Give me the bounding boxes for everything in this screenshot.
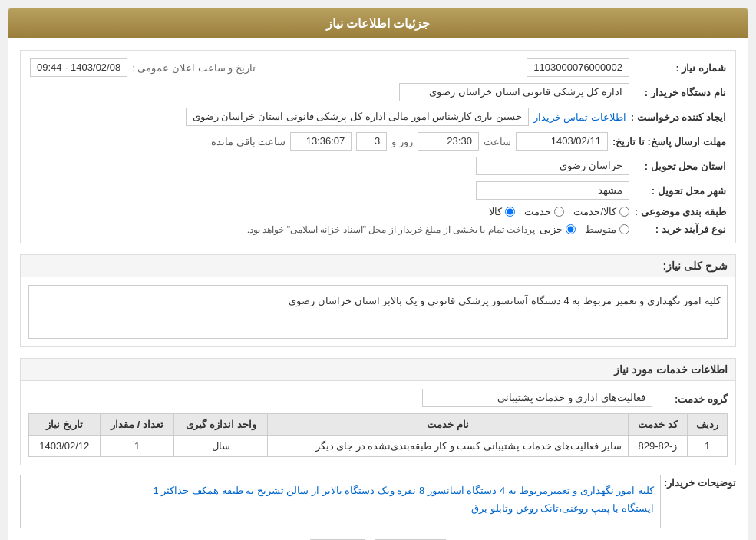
category-label: طبقه بندی موضوعی : [634,206,726,217]
service-group-value: فعالیت‌های اداری و خدمات پشتیبانی [422,389,652,407]
deadline-label: مهلت ارسال پاسخ: تا تاریخ: [612,136,726,147]
need-desc-content: کلیه امور نگهداری و تعمیر مربوط به 4 دست… [20,277,736,347]
announce-value: 1403/02/08 - 09:44 [30,58,127,77]
table-header-row: ردیف کد خدمت نام خدمت واحد اندازه گیری ت… [29,414,728,436]
need-number-label: شماره نیاز : [634,62,726,74]
category-option-kala[interactable]: کالا [489,206,515,217]
services-content: گروه خدمت: فعالیت‌های اداری و خدمات پشتی… [20,380,736,465]
cell-unit: سال [174,436,268,457]
deadline-time: 23:30 [418,132,479,151]
process-option-jozi[interactable]: جزیی [540,224,576,235]
deadline-time-label: ساعت [484,136,511,147]
city-label: شهر محل تحویل : [634,185,726,197]
need-number-row: شماره نیاز : 1103000076000002 تاریخ و سا… [30,58,726,77]
province-row: استان محل تحویل : خراسان رضوی [30,157,726,175]
process-label: نوع فرآیند خرید : [634,224,726,235]
process-desc: پرداخت تمام یا بخشی از مبلغ خریدار از مح… [247,224,535,235]
col-header-date: تاریخ نیاز [29,414,101,436]
province-label: استان محل تحویل : [634,161,726,172]
services-title: اطلاعات خدمات مورد نیاز [20,358,736,380]
buyer-desc-value: کلیه امور نگهداری و تعمیرمربوط به 4 دستگ… [20,475,661,528]
buyer-desc-line2: ایستگاه با پمپ روغنی،تانک روغن وتابلو بر… [27,499,654,517]
page-header: جزئیات اطلاعات نیاز [8,8,748,38]
need-desc-section: شرح کلی نیاز: کلیه امور نگهداری و تعمیر … [20,254,736,347]
services-table: ردیف کد خدمت نام خدمت واحد اندازه گیری ت… [28,413,728,457]
buyer-org-label: نام دستگاه خریدار : [634,87,726,98]
info-section: شماره نیاز : 1103000076000002 تاریخ و سا… [20,50,736,243]
need-desc-title: شرح کلی نیاز: [20,254,736,277]
creator-value: حسین یاری کارشناس امور مالی اداره کل پزش… [186,108,529,126]
cell-row-num: 1 [688,436,728,457]
announce-label: تاریخ و ساعت اعلان عمومی : [132,62,256,74]
table-row: 1 ز-82-829 سایر فعالیت‌های خدمات پشتیبان… [29,436,728,457]
category-option-khedmat[interactable]: خدمت [524,206,564,217]
creator-row: ایجاد کننده درخواست : اطلاعات تماس خریدا… [30,108,726,126]
col-header-code: کد خدمت [628,414,687,436]
province-value: خراسان رضوی [476,157,629,175]
buyer-desc-section: توضیحات خریدار: کلیه امور نگهداری و تعمی… [20,475,736,528]
buyer-org-row: نام دستگاه خریدار : اداره کل پزشکی قانون… [30,83,726,101]
service-group-row: گروه خدمت: فعالیت‌های اداری و خدمات پشتی… [28,389,728,407]
col-header-qty: تعداد / مقدار [100,414,174,436]
need-desc-value: کلیه امور نگهداری و تعمیر مربوط به 4 دست… [28,285,728,339]
process-option-motavasset[interactable]: متوسط [585,224,629,235]
deadline-date: 1403/02/11 [516,132,608,151]
category-row: طبقه بندی موضوعی : کالا/خدمت خدمت کال [30,206,726,217]
col-header-name: نام خدمت [268,414,628,436]
deadline-remain-suffix: ساعت باقی مانده [211,136,286,147]
creator-label: ایجاد کننده درخواست : [631,111,726,123]
cell-date: 1403/02/12 [29,436,101,457]
deadline-remain: 13:36:07 [290,132,352,151]
col-header-unit: واحد اندازه گیری [174,414,268,436]
process-row: نوع فرآیند خرید : متوسط جزیی پرداخت تمام… [30,224,726,235]
deadline-row: مهلت ارسال پاسخ: تا تاریخ: 1403/02/11 سا… [30,132,726,151]
services-section: اطلاعات خدمات مورد نیاز گروه خدمت: فعالی… [20,358,736,465]
deadline-days: 3 [356,132,387,151]
service-group-label: گروه خدمت: [659,391,728,405]
city-value: مشهد [476,181,629,200]
col-header-row-num: ردیف [688,414,728,436]
cell-qty: 1 [100,436,174,457]
buyer-desc-label: توضیحات خریدار: [667,475,736,489]
city-row: شهر محل تحویل : مشهد [30,181,726,200]
buyer-desc-line1: کلیه امور نگهداری و تعمیرمربوط به 4 دستگ… [27,482,654,499]
category-option-kala-khedmat[interactable]: کالا/خدمت [573,206,629,217]
deadline-days-label: روز و [391,136,413,147]
cell-code: ز-82-829 [628,436,687,457]
category-radio-group: کالا/خدمت خدمت کالا [489,206,629,217]
buyer-org-value: اداره کل پزشکی قانونی استان خراسان رضوی [399,83,629,101]
need-number-value: 1103000076000002 [527,58,629,77]
page-title: جزئیات اطلاعات نیاز [326,17,431,30]
creator-link[interactable]: اطلاعات تماس خریدار [533,111,626,123]
process-radio-group: متوسط جزیی [540,224,629,235]
cell-name: سایر فعالیت‌های خدمات پشتیبانی کسب و کار… [268,436,628,457]
